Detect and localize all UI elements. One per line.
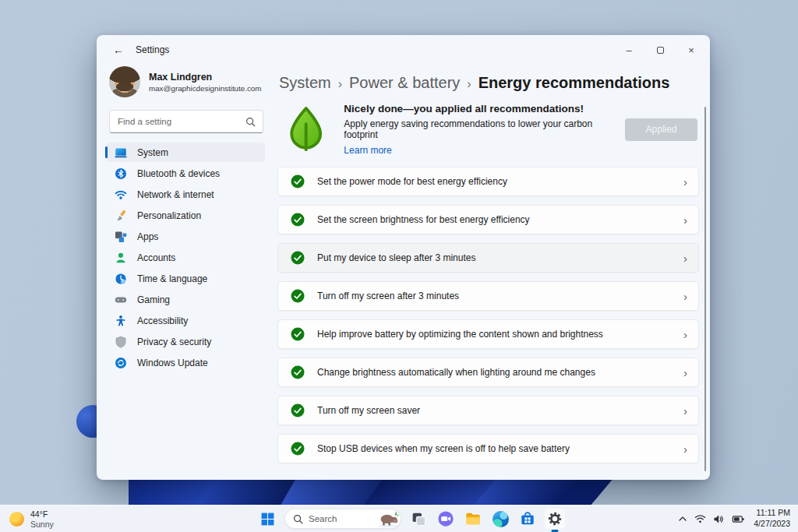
recommendation-label: Set the screen brightness for best energ… xyxy=(317,214,530,225)
maximize-icon xyxy=(657,47,664,54)
recommendation-label: Put my device to sleep after 3 minutes xyxy=(317,252,475,263)
network-icon xyxy=(115,188,127,201)
breadcrumb-system[interactable]: System xyxy=(279,74,331,92)
check-circle-icon xyxy=(291,213,305,227)
search-icon xyxy=(245,117,256,127)
avatar xyxy=(109,66,140,97)
store-button[interactable] xyxy=(517,509,538,529)
sidebar-item-gaming[interactable]: Gaming xyxy=(106,290,265,309)
applied-button[interactable]: Applied xyxy=(625,118,697,141)
weather-widget[interactable]: 44°F Sunny xyxy=(9,509,54,529)
accessibility-icon xyxy=(115,315,127,327)
chevron-right-icon: › xyxy=(683,328,687,341)
sidebar-item-label: Gaming xyxy=(137,294,170,305)
weather-temperature: 44°F xyxy=(30,509,54,519)
battery-icon[interactable] xyxy=(732,514,745,524)
check-circle-icon xyxy=(291,289,305,303)
sidebar-item-bluetooth-devices[interactable]: Bluetooth & devices xyxy=(106,164,265,183)
sun-icon xyxy=(9,512,24,527)
accounts-icon xyxy=(115,252,127,264)
volume-icon[interactable] xyxy=(713,514,725,524)
search-input[interactable] xyxy=(118,117,245,126)
sidebar-item-personalization[interactable]: Personalization xyxy=(106,206,265,225)
check-circle-icon xyxy=(291,442,305,456)
minimize-button[interactable]: – xyxy=(613,35,644,65)
chevron-right-icon: › xyxy=(683,213,687,227)
taskbar: 44°F Sunny Search xyxy=(0,505,798,532)
chevron-right-icon: › xyxy=(683,290,687,303)
sidebar-item-time-language[interactable]: Time & language xyxy=(106,269,265,288)
search-highlight-image xyxy=(378,510,399,527)
check-circle-icon xyxy=(291,365,305,379)
back-button[interactable]: ← xyxy=(108,40,129,60)
chevron-right-icon: › xyxy=(683,404,687,417)
chat-button[interactable] xyxy=(436,509,456,529)
energy-banner: Nicely done—you applied all recommendati… xyxy=(287,103,697,156)
wifi-icon[interactable] xyxy=(694,514,706,523)
sidebar-item-network-internet[interactable]: Network & internet xyxy=(106,185,265,204)
scrollbar[interactable] xyxy=(704,107,706,471)
sidebar-item-windows-update[interactable]: Windows Update xyxy=(106,353,265,372)
bluetooth-icon xyxy=(115,167,127,180)
edge-button[interactable] xyxy=(490,509,510,529)
close-button[interactable]: × xyxy=(676,35,707,65)
chat-icon xyxy=(437,510,454,527)
sidebar-item-label: System xyxy=(137,147,168,158)
sidebar-item-system[interactable]: System xyxy=(106,143,265,162)
sidebar: Max Lindgren max@graphicdesigninstitute.… xyxy=(97,65,274,480)
profile-card[interactable]: Max Lindgren max@graphicdesigninstitute.… xyxy=(109,66,263,97)
clock[interactable]: 11:11 PM 4/27/2023 xyxy=(754,508,790,529)
sidebar-item-label: Bluetooth & devices xyxy=(137,168,220,179)
sidebar-item-apps[interactable]: Apps xyxy=(106,227,265,246)
recommendation-row[interactable]: Set the power mode for best energy effic… xyxy=(277,167,699,196)
settings-search-box[interactable] xyxy=(109,110,263,133)
maximize-button[interactable] xyxy=(644,35,676,65)
windows-update-icon xyxy=(115,357,127,369)
check-circle-icon xyxy=(291,403,305,417)
banner-subtitle: Apply energy saving recommendations to l… xyxy=(344,118,625,140)
desktop-wallpaper: ← Settings – × Max L xyxy=(0,0,798,532)
gaming-icon xyxy=(115,294,127,306)
learn-more-link[interactable]: Learn more xyxy=(344,145,625,156)
taskbar-search[interactable]: Search xyxy=(284,509,401,529)
recommendations-list: Set the power mode for best energy effic… xyxy=(277,167,699,463)
privacy-security-icon xyxy=(115,336,127,348)
file-explorer-icon xyxy=(464,510,482,527)
tray-chevron-up-icon[interactable] xyxy=(678,515,687,523)
sidebar-item-label: Apps xyxy=(137,231,158,242)
sidebar-item-accessibility[interactable]: Accessibility xyxy=(106,311,265,330)
task-view-button[interactable] xyxy=(408,509,429,529)
sidebar-item-label: Accounts xyxy=(137,252,175,263)
recommendation-label: Help improve battery by optimizing the c… xyxy=(317,329,603,340)
recommendation-row[interactable]: Set the screen brightness for best energ… xyxy=(277,205,699,234)
taskbar-search-label: Search xyxy=(309,514,337,523)
tray-time: 11:11 PM xyxy=(754,508,790,519)
recommendation-row[interactable]: Stop USB devices when my screen is off t… xyxy=(277,434,699,463)
breadcrumb-separator-icon: › xyxy=(467,76,471,91)
recommendation-row[interactable]: Turn off my screen saver › xyxy=(277,396,699,425)
check-circle-icon xyxy=(291,327,305,341)
breadcrumb-separator-icon: › xyxy=(338,76,342,91)
sidebar-item-privacy-security[interactable]: Privacy & security xyxy=(106,332,265,351)
file-explorer-button[interactable] xyxy=(463,509,483,529)
recommendation-row[interactable]: Turn off my screen after 3 minutes › xyxy=(277,281,699,311)
check-circle-icon xyxy=(291,251,305,265)
windows-logo-icon xyxy=(260,512,275,527)
personalization-icon xyxy=(115,210,127,222)
titlebar: ← Settings – × xyxy=(97,35,710,65)
store-icon xyxy=(519,510,536,527)
sidebar-item-accounts[interactable]: Accounts xyxy=(106,248,265,267)
breadcrumb-power-battery[interactable]: Power & battery xyxy=(349,74,460,92)
task-view-icon xyxy=(411,511,427,527)
minimize-icon: – xyxy=(626,44,631,56)
recommendation-row[interactable]: Put my device to sleep after 3 minutes › xyxy=(277,243,699,273)
time-language-icon xyxy=(115,273,127,285)
recommendation-row[interactable]: Change brightness automatically when lig… xyxy=(277,358,699,387)
settings-app-button[interactable] xyxy=(545,509,565,529)
check-circle-icon xyxy=(291,174,305,188)
breadcrumb: System › Power & battery › Energy recomm… xyxy=(279,74,699,92)
start-button[interactable] xyxy=(257,509,277,529)
recommendation-row[interactable]: Help improve battery by optimizing the c… xyxy=(277,319,699,349)
profile-name: Max Lindgren xyxy=(149,72,261,83)
recommendation-label: Set the power mode for best energy effic… xyxy=(317,176,507,187)
